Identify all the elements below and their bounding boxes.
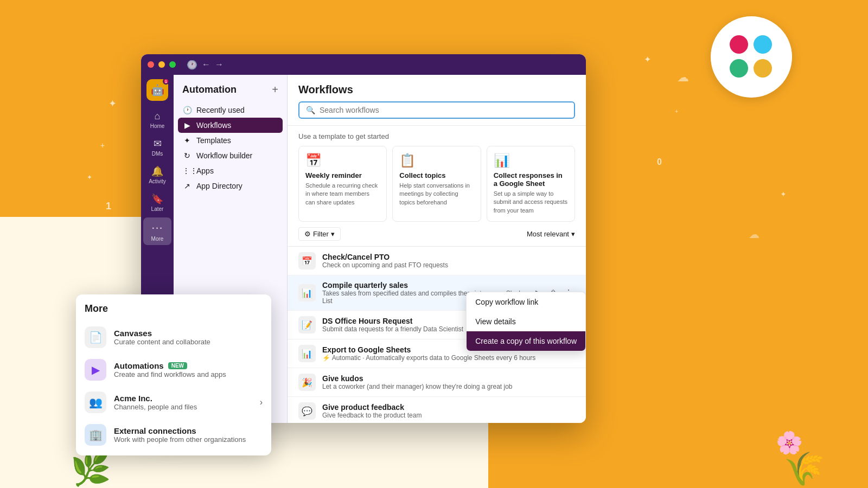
automations-name: Automations NEW: [114, 361, 226, 370]
deco-0: 0: [657, 157, 662, 167]
slack-logo-grid: [730, 35, 773, 79]
workflow-item-quarterly-sales[interactable]: 📊 Compile quarterly sales Takes sales fr…: [288, 275, 586, 311]
template-weekly-desc: Schedule a recurring check in where team…: [305, 182, 380, 207]
template-topics-icon: 📋: [399, 153, 474, 168]
external-icon: 🏢: [85, 424, 106, 446]
recently-used-icon: 🕐: [182, 106, 192, 114]
workflow-pto-icon: 📅: [298, 252, 316, 269]
automations-icon: ▶: [85, 359, 106, 381]
workflow-item-pto[interactable]: 📅 Check/Cancel PTO Check on upcoming and…: [288, 247, 586, 275]
search-input[interactable]: [320, 106, 567, 114]
external-desc: Work with people from other organization…: [114, 435, 246, 444]
sidebar-item-activity[interactable]: 🔔 Activity: [143, 162, 171, 188]
workflow-item-product-feedback[interactable]: 💬 Give product feedback Give feedback to…: [288, 397, 586, 423]
canvases-text: Canvases Curate content and collaborate: [114, 329, 210, 346]
template-weekly-icon: 📅: [305, 153, 380, 168]
nav-templates[interactable]: ✦ Templates: [178, 133, 283, 148]
filter-button[interactable]: ⚙ Filter ▾: [298, 227, 341, 241]
sparkle-7: ✦: [780, 190, 787, 198]
dms-icon: ✉: [154, 138, 162, 150]
left-nav-title: Automation: [182, 84, 237, 95]
flowers-right: 🌸: [776, 430, 803, 455]
sidebar-item-dms[interactable]: ✉ DMs: [143, 134, 171, 160]
more-item-external[interactable]: 🏢 External connections Work with people …: [76, 419, 271, 451]
slack-dot-blue: [754, 35, 772, 54]
traffic-light-minimize[interactable]: [158, 61, 165, 68]
automations-desc: Create and find workflows and apps: [114, 370, 226, 378]
template-card-collect-topics[interactable]: 📋 Collect topics Help start conversation…: [392, 146, 481, 222]
traffic-light-close[interactable]: [148, 61, 154, 68]
sort-button[interactable]: Most relevant ▾: [527, 230, 575, 238]
new-badge: NEW: [168, 362, 187, 369]
canvases-icon: 📄: [85, 326, 106, 348]
sidebar-item-later[interactable]: 🔖 Later: [143, 190, 171, 215]
acme-text: Acme Inc. Channels, people and files: [114, 394, 197, 411]
traffic-light-maximize[interactable]: [169, 61, 176, 68]
nav-clock-icon: 🕐: [187, 60, 197, 70]
left-nav-items: 🕐 Recently used ▶ Workflows ✦ Templates …: [174, 100, 287, 196]
nav-apps[interactable]: ⋮⋮ Apps: [178, 163, 283, 178]
workflow-builder-icon: ↻: [182, 151, 192, 160]
deco-1: 1: [106, 201, 111, 212]
nav-forward-button[interactable]: →: [215, 60, 224, 69]
sparkle-4: +: [100, 141, 105, 150]
sparkle-6: +: [675, 108, 678, 114]
nav-back-button[interactable]: ←: [202, 60, 210, 69]
activity-icon: 🔔: [151, 165, 163, 177]
slack-logo: [711, 16, 792, 98]
sparkle-5: ✦: [644, 54, 651, 65]
create-copy-item[interactable]: Create a copy of this workflow: [467, 331, 585, 351]
workflows-header: Workflows 🔍: [288, 75, 586, 126]
templates-icon: ✦: [182, 136, 192, 145]
workspace-icon[interactable]: 🤖 1: [146, 79, 168, 101]
left-nav-header: Automation +: [174, 75, 287, 100]
template-cards: 📅 Weekly reminder Schedule a recurring c…: [298, 146, 575, 222]
workflow-kudos-icon: 🎉: [298, 374, 316, 391]
workflows-list-section: ⚙ Filter ▾ Most relevant ▾ 📅 Check/Can: [288, 222, 586, 423]
search-bar[interactable]: 🔍: [298, 101, 575, 119]
more-item-canvases[interactable]: 📄 Canvases Curate content and collaborat…: [76, 321, 271, 354]
external-text: External connections Work with people fr…: [114, 426, 246, 444]
workflow-export-icon: 📊: [298, 345, 316, 362]
workflow-item-give-kudos[interactable]: 🎉 Give kudos Let a coworker (and their m…: [288, 368, 586, 397]
copy-link-item[interactable]: Copy workflow link: [467, 292, 585, 312]
cloud-icon: ☁: [749, 228, 760, 241]
workflow-pto-info: Check/Cancel PTO Check on upcoming and p…: [322, 253, 575, 269]
filter-chevron-icon: ▾: [331, 230, 335, 238]
view-details-item[interactable]: View details: [467, 312, 585, 331]
template-weekly-title: Weekly reminder: [305, 171, 380, 179]
nav-workflows[interactable]: ▶ Workflows: [178, 118, 283, 133]
template-card-weekly-reminder[interactable]: 📅 Weekly reminder Schedule a recurring c…: [298, 146, 387, 222]
sort-chevron-icon: ▾: [571, 230, 575, 238]
workflows-icon: ▶: [182, 121, 192, 130]
nav-workflow-builder[interactable]: ↻ Workflow builder: [178, 148, 283, 163]
workflow-kudos-info: Give kudos Let a coworker (and their man…: [322, 374, 575, 390]
workflow-sales-icon: 📊: [298, 284, 316, 301]
search-icon: 🔍: [306, 106, 315, 114]
app-directory-icon: ↗: [182, 182, 192, 190]
more-item-acme[interactable]: 👥 Acme Inc. Channels, people and files ›: [76, 386, 271, 419]
workflows-title: Workflows: [298, 84, 575, 96]
sidebar-item-home[interactable]: ⌂ Home: [143, 107, 171, 132]
add-button[interactable]: +: [272, 84, 278, 96]
slack-dot-yellow: [754, 59, 772, 78]
more-panel-title: More: [76, 303, 271, 321]
slack-dot-red: [730, 35, 748, 54]
more-item-automations[interactable]: ▶ Automations NEW Create and find workfl…: [76, 354, 271, 386]
template-section-label: Use a template to get started: [298, 132, 575, 140]
later-icon: 🔖: [151, 193, 163, 205]
slack-dot-green: [730, 59, 748, 78]
nav-app-directory[interactable]: ↗ App Directory: [178, 178, 283, 194]
main-content: Workflows 🔍 Use a template to get starte…: [288, 75, 586, 423]
template-responses-icon: 📊: [494, 153, 568, 168]
acme-arrow-icon: ›: [260, 397, 263, 407]
template-responses-title: Collect responses in a Google Sheet: [494, 171, 568, 188]
sidebar-item-more[interactable]: ··· More: [143, 217, 171, 245]
sparkle-3: +: [130, 217, 133, 223]
canvases-desc: Curate content and collaborate: [114, 338, 210, 346]
template-card-collect-responses[interactable]: 📊 Collect responses in a Google Sheet Se…: [487, 146, 575, 222]
workflow-items: 📅 Check/Cancel PTO Check on upcoming and…: [288, 247, 586, 423]
nav-recently-used[interactable]: 🕐 Recently used: [178, 102, 283, 118]
template-topics-title: Collect topics: [399, 171, 474, 179]
workflow-feedback-icon: 💬: [298, 402, 316, 420]
